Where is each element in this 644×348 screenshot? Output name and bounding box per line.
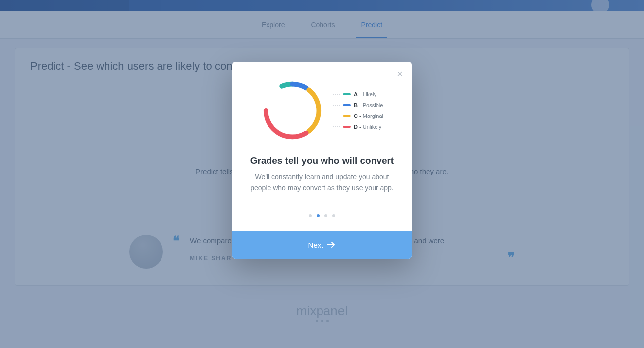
swatch-a xyxy=(343,93,351,95)
close-icon[interactable]: × xyxy=(397,69,403,79)
modal-title: Grades tell you who will convert xyxy=(248,155,396,166)
arrow-right-icon xyxy=(327,241,336,249)
grades-chart-wrap: A - Likely B - Possible C - Marginal D -… xyxy=(248,79,396,142)
modal-body: A - Likely B - Possible C - Marginal D -… xyxy=(232,62,412,231)
grades-donut-chart xyxy=(261,79,324,142)
grades-legend: A - Likely B - Possible C - Marginal D -… xyxy=(333,91,383,130)
modal-description: We'll constantly learn and update you ab… xyxy=(248,172,396,193)
pager-dot-1[interactable] xyxy=(317,214,320,217)
swatch-c xyxy=(343,115,351,117)
swatch-b xyxy=(343,104,351,106)
legend-item-d: D - Unlikely xyxy=(333,124,383,130)
next-button-label: Next xyxy=(308,241,323,249)
swatch-d xyxy=(343,126,351,128)
legend-item-c: C - Marginal xyxy=(333,113,383,119)
modal-pager xyxy=(248,214,396,217)
next-button[interactable]: Next xyxy=(232,231,412,259)
pager-dot-3[interactable] xyxy=(332,214,335,217)
legend-item-b: B - Possible xyxy=(333,102,383,108)
pager-dot-2[interactable] xyxy=(324,214,327,217)
legend-item-a: A - Likely xyxy=(333,91,383,97)
onboarding-modal: × A - Likely xyxy=(232,62,412,259)
pager-dot-0[interactable] xyxy=(309,214,312,217)
